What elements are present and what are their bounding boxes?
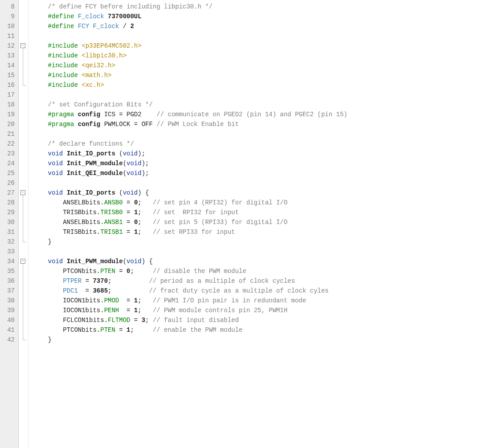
fold-guide [23, 315, 23, 325]
code-line[interactable]: ANSELBbits.ANSB0 = 0; // set pin 4 (RPI3… [33, 198, 490, 208]
code-token [33, 140, 48, 147]
code-line[interactable]: void Init_IO_ports (void) { [33, 188, 490, 198]
code-area[interactable]: /* define FCY before including libpic30.… [29, 0, 490, 448]
code-line[interactable]: /* define FCY before including libpic30.… [33, 2, 490, 12]
code-token: // fract duty cycle as a multiple of clo… [149, 287, 328, 294]
line-number: 14 [2, 61, 15, 70]
code-token: <math.h> [82, 72, 111, 79]
fold-toggle-icon[interactable]: − [20, 190, 25, 195]
code-token: ICS = PGD2 [100, 111, 156, 118]
code-token: Init_IO_ports [67, 189, 115, 196]
code-line[interactable] [33, 129, 490, 139]
code-line[interactable]: #include <qei32.h> [33, 61, 490, 70]
fold-guide [23, 276, 23, 286]
code-line[interactable]: void Init_IO_ports (void); [33, 149, 490, 159]
code-line[interactable]: /* set Configuration Bits */ [33, 100, 490, 110]
line-number: 27 [2, 188, 15, 198]
code-token: ); [142, 160, 149, 167]
code-token: TRISB0 [100, 209, 122, 216]
code-token: 1 [134, 307, 138, 314]
code-token [33, 72, 48, 79]
code-line[interactable]: IOCON1bits.PMOD = 1; // PWM1 I/O pin pai… [33, 296, 490, 305]
code-token [33, 3, 48, 10]
code-token: 2 [130, 23, 134, 30]
code-line[interactable]: #include <math.h> [33, 70, 490, 80]
code-line[interactable]: PDC1 = 3685; // fract duty cycle as a mu… [33, 286, 490, 296]
code-token: PTCONbits. [33, 326, 100, 334]
code-token: ; [138, 297, 153, 304]
code-token: F_clock [93, 23, 119, 30]
code-line[interactable]: PTCONbits.PTEN = 0; // disable the PWM m… [33, 266, 490, 276]
fold-column: −−− [19, 0, 29, 448]
fold-guide [23, 198, 23, 208]
line-number: 20 [2, 119, 15, 129]
code-token [33, 111, 48, 118]
code-line[interactable]: void Init_QEI_module(void); [33, 168, 490, 178]
code-token: void [127, 170, 142, 177]
line-number: 16 [2, 80, 15, 90]
line-number: 21 [2, 129, 15, 139]
code-token: PWMLOCK = OFF [100, 121, 156, 128]
code-token: PTCONbits. [33, 268, 100, 275]
code-line[interactable]: FCLCON1bits.FLTMOD = 3; // fault input d… [33, 315, 490, 325]
code-token: #include [48, 42, 82, 49]
code-line[interactable]: void Init_PWM_module(void); [33, 159, 490, 168]
code-line[interactable]: #pragma config ICS = PGD2 // communicate… [33, 110, 490, 119]
fold-toggle-icon[interactable]: − [20, 43, 25, 48]
code-token: PTEN [100, 268, 115, 275]
code-line[interactable] [33, 178, 490, 188]
code-token: void [127, 258, 142, 265]
code-token: void [123, 189, 138, 196]
code-line[interactable] [33, 247, 490, 257]
code-line[interactable]: IOCON1bits.PENH = 1; // PWM module contr… [33, 305, 490, 315]
code-line[interactable]: TRISBbits.TRISB0 = 1; // set RPI32 for i… [33, 208, 490, 217]
code-token: ( [123, 258, 127, 265]
code-token: // period as a multiple of clock cycles [149, 277, 295, 285]
code-token: ( [115, 150, 123, 157]
code-token [33, 189, 48, 196]
code-line[interactable]: TRISBbits.TRISB1 = 1; // set RPI33 for i… [33, 227, 490, 237]
code-token: = [119, 307, 134, 314]
line-number: 15 [2, 70, 15, 80]
code-editor[interactable]: 8910111213141516171819202122232425262728… [0, 0, 490, 448]
code-line[interactable]: PTCONbits.PTEN = 1; // enable the PWM mo… [33, 325, 490, 335]
fold-toggle-icon[interactable]: − [20, 259, 25, 264]
code-line[interactable]: #include <xc.h> [33, 80, 490, 90]
code-token [74, 111, 78, 118]
code-token: #include [48, 52, 82, 59]
code-token: ) { [142, 258, 153, 265]
code-token: = [115, 326, 127, 334]
code-line[interactable] [33, 90, 490, 100]
line-number: 32 [2, 237, 15, 247]
code-token: /* set Configuration Bits */ [48, 101, 153, 108]
fold-guide [23, 296, 23, 305]
code-line[interactable]: #include <p33EP64MC502.h> [33, 41, 490, 51]
code-line[interactable]: #include <libpic30.h> [33, 51, 490, 61]
code-token: = [123, 199, 134, 206]
code-line[interactable]: } [33, 335, 490, 345]
code-token [33, 101, 48, 108]
code-line[interactable]: ANSELBbits.ANSB1 = 0; // set pin 5 (RPI3… [33, 217, 490, 227]
code-line[interactable]: } [33, 237, 490, 247]
code-token [33, 81, 48, 89]
code-line[interactable]: void Init_PWM_module(void) { [33, 257, 490, 266]
code-token: #include [48, 81, 82, 89]
line-number: 35 [2, 266, 15, 276]
code-line[interactable]: #define F_clock 7370000UL [33, 12, 490, 21]
code-line[interactable]: /* declare functions */ [33, 139, 490, 149]
code-line[interactable]: #define FCY F_clock / 2 [33, 21, 490, 31]
code-token: FCLCON1bits. [33, 317, 108, 324]
line-number: 11 [2, 31, 15, 41]
code-token: ANSELBbits. [33, 219, 104, 226]
line-number: 41 [2, 325, 15, 335]
code-line[interactable]: #pragma config PWMLOCK = OFF // PWM Lock… [33, 119, 490, 129]
code-token [74, 121, 78, 128]
code-line[interactable]: PTPER = 7370; // period as a multiple of… [33, 276, 490, 286]
code-line[interactable] [33, 31, 490, 41]
code-token: // fault input disabled [153, 317, 239, 324]
line-number: 39 [2, 305, 15, 315]
code-token: / [119, 23, 130, 30]
code-token: TRISBbits. [33, 209, 100, 216]
code-token: ; [138, 228, 153, 236]
line-number: 28 [2, 198, 15, 208]
